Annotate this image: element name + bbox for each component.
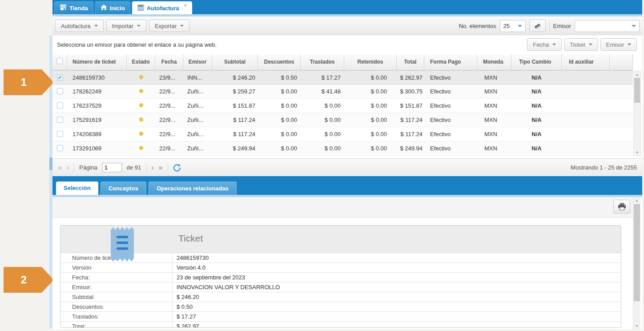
row-checkbox[interactable] xyxy=(57,88,63,94)
detail-field-value: $ 262.97 xyxy=(173,322,199,328)
select-all-header[interactable] xyxy=(52,54,67,70)
column-header-emisor[interactable]: Emisor xyxy=(183,54,212,70)
cell-subtotal: $ 117.24 xyxy=(212,127,258,141)
scroll-up-icon[interactable]: ▲ xyxy=(634,72,640,77)
cell-descuentos: $ 0.00 xyxy=(258,99,301,113)
cell-emisor: Zuñi... xyxy=(183,85,212,98)
detail-tab-conceptos[interactable]: Conceptos xyxy=(101,182,146,195)
ticket-card-header xyxy=(60,226,621,253)
next-page-button[interactable]: › xyxy=(151,164,153,172)
cell-retenidos: $ 0.00 xyxy=(344,85,397,98)
column-header-traslados[interactable]: Traslados xyxy=(301,54,344,70)
detail-tab-operaciones-relacionadas[interactable]: Operaciones relacionadas xyxy=(149,182,237,195)
annotation-number: 1 xyxy=(21,76,27,89)
emisor-select[interactable] xyxy=(575,20,640,32)
eraser-icon xyxy=(534,23,541,29)
no-elementos-select[interactable]: 25 xyxy=(500,20,526,32)
filter-button-fecha[interactable]: Fecha xyxy=(527,38,562,51)
detail-field-row: Traslados:$ 17.27 xyxy=(60,312,621,322)
cell-estado xyxy=(127,127,155,141)
cell-tipocambio: N/A xyxy=(511,85,562,98)
menu-button-exportar[interactable]: Exportar xyxy=(149,20,189,32)
scrollbar-thumb[interactable] xyxy=(634,78,640,103)
column-header-moneda[interactable]: Moneda xyxy=(477,54,511,70)
window-tab-label: Autofactura xyxy=(147,5,179,12)
printer-icon xyxy=(618,203,626,210)
detail-panel: Ticket Número de ticket:2486159730Versió… xyxy=(52,197,642,329)
column-header-numero[interactable]: Número de ticket xyxy=(67,54,127,70)
select-all-checkbox[interactable] xyxy=(56,58,63,64)
cell-subtotal: $ 117.24 xyxy=(212,113,258,127)
scrollbar-thumb[interactable] xyxy=(634,204,640,301)
column-header-tipo_cambio[interactable]: Tipo Cambio xyxy=(511,54,562,70)
close-icon[interactable]: × xyxy=(184,2,187,8)
detail-field-row: Fecha:23 de septiembre del 2023 xyxy=(60,273,621,283)
detail-field-label: Descuentos: xyxy=(60,302,173,311)
cell-idauxiliar xyxy=(562,127,610,141)
detail-field-value: $ 0.50 xyxy=(173,302,193,311)
cell-descuentos: $ 0.00 xyxy=(258,127,301,141)
row-checkbox[interactable]: ✓ xyxy=(57,74,63,81)
table-row[interactable]: 17420838922/9...Zuñi...$ 117.24$ 0.00$ 0… xyxy=(52,127,633,141)
window-tab-bar: TiendaInicioAutofactura× xyxy=(52,0,642,14)
cell-formapago: Efectivo xyxy=(424,141,477,155)
paging-separator xyxy=(74,163,74,173)
refresh-button[interactable] xyxy=(173,164,181,172)
detail-vertical-scrollbar[interactable]: ▲ ▼ xyxy=(633,197,640,329)
row-checkbox[interactable] xyxy=(57,145,63,151)
first-page-button[interactable]: « xyxy=(58,164,62,172)
table-row[interactable]: 17329106922/9...Zuñi...$ 249.94$ 0.00$ 0… xyxy=(52,141,633,156)
column-header-estado[interactable]: Estado xyxy=(127,54,155,70)
column-header-fecha[interactable]: Fecha xyxy=(155,54,183,70)
button-label: Ticket xyxy=(570,41,585,48)
prev-page-button[interactable]: ‹ xyxy=(67,164,69,172)
button-label: Exportar xyxy=(155,23,177,29)
menu-button-autofactura[interactable]: Autofactura xyxy=(55,20,104,32)
table-row[interactable]: 17529161922/9...Zuñi...$ 117.24$ 0.00$ 0… xyxy=(52,113,633,127)
menu-button-importar[interactable]: Importar xyxy=(106,20,146,32)
column-header-retenidos[interactable]: Retenidos xyxy=(344,54,397,70)
app-window: TiendaInicioAutofactura× AutofacturaImpo… xyxy=(52,0,642,329)
last-page-button[interactable]: » xyxy=(159,164,163,172)
column-header-total[interactable]: Total xyxy=(397,54,424,70)
clear-filter-button[interactable] xyxy=(529,20,546,32)
column-header-forma_pago[interactable]: Forma Pago xyxy=(424,54,477,70)
column-header-descuentos[interactable]: Descuentos xyxy=(258,54,301,70)
table-row[interactable]: 17623752922/9...Zuñi...$ 151.87$ 0.00$ 0… xyxy=(52,99,633,113)
info-message: Selecciona un emisor para obtener el enl… xyxy=(57,41,217,48)
filter-button-emisor[interactable]: Emisor xyxy=(600,38,637,51)
row-checkbox[interactable] xyxy=(57,117,63,123)
cell-emisor: Zuñi... xyxy=(183,113,212,127)
paging-status: Mostrando 1 - 25 de 2255 xyxy=(571,164,637,171)
scroll-down-icon[interactable]: ▼ xyxy=(634,149,640,155)
ticket-fields-table: Número de ticket:2486159730VersiónVersió… xyxy=(60,253,621,328)
row-checkbox[interactable] xyxy=(57,131,63,137)
detail-tab-selección[interactable]: Selección xyxy=(56,182,98,195)
detail-field-label: Traslados: xyxy=(60,312,173,321)
cell-tipocambio: N/A xyxy=(511,141,562,155)
row-checkbox[interactable] xyxy=(57,102,63,109)
column-header-_filler[interactable] xyxy=(610,54,633,70)
column-header-subtotal[interactable]: Subtotal xyxy=(212,54,258,70)
cell-idauxiliar xyxy=(562,113,610,127)
annotation-arrow-1: 1 xyxy=(4,69,54,95)
cell-fecha: 22/9... xyxy=(155,113,183,127)
page-number-input[interactable] xyxy=(102,163,122,172)
detail-field-label: Subtotal: xyxy=(60,292,173,302)
grid-vertical-scrollbar[interactable]: ▲ ▼ xyxy=(633,71,641,156)
table-row[interactable]: ✓248615973023/9...INN...$ 246.20$ 0.50$ … xyxy=(52,70,633,85)
print-button[interactable] xyxy=(613,200,630,214)
filter-button-ticket[interactable]: Ticket xyxy=(564,38,598,51)
column-header-id_auxiliar[interactable]: Id auxiliar xyxy=(562,54,610,70)
table-row[interactable]: 17826224922/9...Zuñi...$ 259.27$ 0.00$ 4… xyxy=(52,85,633,99)
cell-idauxiliar xyxy=(562,99,610,113)
cell-traslados: $ 17.27 xyxy=(301,71,344,84)
window-tab-inicio[interactable]: Inicio xyxy=(95,1,130,14)
detail-field-row: Total:$ 262.97 xyxy=(60,322,621,328)
collapse-handle-icon[interactable] xyxy=(49,157,52,170)
estado-indicator-icon xyxy=(139,103,143,107)
window-tab-tienda[interactable]: Tienda xyxy=(54,1,93,14)
scroll-down-icon[interactable]: ▼ xyxy=(633,323,640,329)
window-tab-autofactura[interactable]: Autofactura× xyxy=(132,1,193,14)
scroll-up-icon[interactable]: ▲ xyxy=(633,198,640,203)
